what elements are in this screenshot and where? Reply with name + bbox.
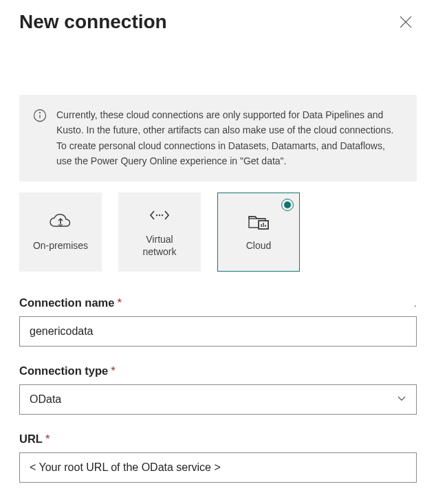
dialog-title: New connection [19,11,167,33]
url-input[interactable] [19,452,417,483]
tile-label: Cloud [246,239,272,252]
field-label: Connection name * [19,296,122,309]
folder-chart-icon [248,212,270,231]
required-indicator: * [111,364,115,377]
info-panel: Currently, these cloud connections are o… [19,95,417,182]
svg-point-7 [162,215,163,216]
field-connection-name: Connection name * . [19,296,417,347]
tile-cloud[interactable]: Cloud [217,193,300,272]
field-url: URL * [19,432,417,483]
connection-type-tiles: On-premises Virtual network [19,193,417,272]
required-indicator: * [117,296,121,309]
tile-label: On-premises [33,239,88,252]
close-button[interactable] [395,11,417,33]
label-text: URL [19,432,43,446]
tile-label: Virtual network [142,233,176,258]
tile-on-premises[interactable]: On-premises [19,193,102,272]
select-value: OData [30,393,61,406]
network-icon [149,206,170,225]
field-label: Connection type * [19,364,417,377]
field-connection-type: Connection type * OData [19,364,417,415]
svg-point-6 [159,215,160,216]
svg-point-4 [40,113,41,113]
required-indicator: * [45,432,50,446]
info-icon [33,109,47,122]
dialog-header: New connection [19,11,417,33]
connection-type-select[interactable]: OData [19,384,417,415]
svg-point-5 [156,215,157,216]
field-label: URL * [19,432,417,446]
dot-indicator: . [414,298,417,309]
cloud-sync-icon [49,212,72,231]
label-text: Connection type [19,364,108,377]
tile-virtual-network[interactable]: Virtual network [118,193,201,272]
chevron-down-icon [397,393,406,406]
connection-name-input[interactable] [19,316,417,347]
radio-selected-icon [281,199,294,211]
info-text: Currently, these cloud connections are o… [56,107,403,169]
label-text: Connection name [19,296,114,309]
close-icon [400,16,412,28]
